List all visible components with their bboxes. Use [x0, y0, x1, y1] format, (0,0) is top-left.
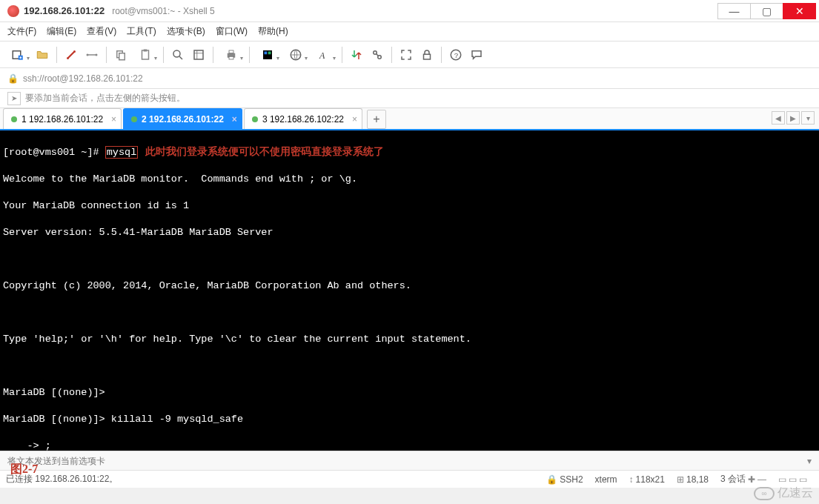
session-tab-3[interactable]: 3 192.168.26.102:22 ×	[244, 108, 362, 129]
svg-text:?: ?	[454, 50, 459, 59]
toolbar-separator	[391, 47, 392, 63]
tab-close-button[interactable]: ×	[232, 114, 237, 125]
new-session-button[interactable]	[4, 45, 31, 64]
cloud-icon: ∞	[754, 487, 775, 500]
open-button[interactable]	[33, 45, 52, 64]
svg-point-5	[96, 53, 98, 56]
tab-close-button[interactable]: ×	[352, 114, 357, 125]
svg-rect-22	[424, 54, 431, 59]
send-mode-toggle[interactable]: ▾	[807, 456, 812, 466]
title-main: 192.168.26.101:22	[24, 5, 105, 16]
minus-icon[interactable]: —	[757, 474, 766, 485]
svg-point-2	[67, 57, 69, 59]
status-protocol: SSH2	[560, 474, 583, 485]
session-tab-1[interactable]: 1 192.168.26.101:22 ×	[3, 108, 122, 129]
paste-button[interactable]	[132, 45, 159, 64]
menu-edit[interactable]: 编辑(E)	[47, 25, 76, 38]
menu-bar: 文件(F) 编辑(E) 查看(V) 工具(T) 选项卡(B) 窗口(W) 帮助(…	[0, 22, 819, 42]
toolbar-separator	[342, 47, 342, 63]
svg-rect-17	[268, 51, 271, 54]
script-button[interactable]	[368, 45, 387, 64]
svg-rect-8	[142, 50, 149, 59]
svg-rect-13	[229, 50, 233, 53]
plus-icon[interactable]: ✚	[748, 474, 755, 485]
svg-rect-7	[119, 53, 125, 59]
svg-rect-16	[265, 51, 268, 54]
menu-window[interactable]: 窗口(W)	[216, 25, 248, 38]
title-bar: 192.168.26.101:22 root@vms001:~ - Xshell…	[0, 0, 819, 22]
address-url: ssh://root@192.168.26.101:22	[23, 73, 143, 84]
watermark: ∞ 亿速云	[754, 485, 813, 501]
toolbar-separator	[441, 47, 442, 63]
print-button[interactable]	[218, 45, 245, 64]
lock-button[interactable]	[417, 45, 437, 64]
num-icon: ▭	[789, 474, 797, 485]
svg-point-3	[73, 50, 76, 53]
toolbar-separator	[56, 47, 57, 63]
session-tab-2[interactable]: 2 192.168.26.101:22 ×	[123, 108, 242, 129]
toolbar-separator	[213, 47, 213, 63]
status-dot-icon	[131, 116, 137, 122]
hint-bar: ➤ 要添加当前会话，点击左侧的箭头按钮。	[0, 89, 819, 108]
toolbar-separator	[249, 47, 250, 63]
svg-point-4	[87, 53, 89, 56]
toolbar-separator	[163, 47, 164, 63]
lock-icon: 🔒	[7, 73, 19, 84]
encoding-button[interactable]	[282, 45, 309, 64]
tab-bar: 1 192.168.26.101:22 × 2 192.168.26.101:2…	[0, 108, 819, 130]
chat-button[interactable]	[467, 45, 486, 64]
tab-label: 1 192.168.26.101:22	[21, 114, 103, 125]
properties-button[interactable]	[189, 45, 208, 64]
menu-tab[interactable]: 选项卡(B)	[167, 25, 205, 38]
send-text-input[interactable]	[7, 456, 803, 466]
svg-rect-14	[229, 56, 233, 59]
reconnect-button[interactable]	[62, 45, 81, 64]
status-size: 118x21	[636, 474, 665, 485]
annotation-1: 此时我们登录系统便可以不使用密码直接登录系统了	[145, 146, 384, 157]
close-button[interactable]: ✕	[783, 3, 816, 19]
tab-scroll-right-button[interactable]: ▶	[786, 111, 800, 125]
status-cursor-pos: 18,18	[686, 474, 709, 485]
menu-file[interactable]: 文件(F)	[7, 25, 36, 38]
tab-close-button[interactable]: ×	[111, 114, 116, 125]
size-icon: ↕	[629, 474, 634, 485]
tab-scroll-controls: ◀ ▶ ▾	[772, 111, 815, 125]
status-sessions: 3 会话	[720, 473, 746, 485]
watermark-text: 亿速云	[777, 485, 813, 501]
address-bar[interactable]: 🔒 ssh://root@192.168.26.101:22	[0, 68, 819, 89]
toolbar: A ?	[0, 42, 819, 68]
status-dot-icon	[252, 116, 258, 122]
menu-help[interactable]: 帮助(H)	[258, 25, 288, 38]
add-session-arrow-button[interactable]: ➤	[7, 92, 21, 105]
status-bar: 已连接 192.168.26.101:22。 🔒SSH2 xterm ↕118x…	[0, 470, 819, 488]
menu-view[interactable]: 查看(V)	[87, 25, 116, 38]
app-icon	[7, 5, 19, 17]
tab-list-button[interactable]: ▾	[801, 111, 815, 125]
window-controls: — ▢ ✕	[718, 3, 816, 19]
tab-label: 3 192.168.26.102:22	[262, 114, 344, 125]
add-tab-button[interactable]: +	[367, 110, 386, 129]
help-button[interactable]: ?	[446, 45, 465, 64]
tab-label: 2 192.168.26.101:22	[142, 114, 224, 125]
maximize-button[interactable]: ▢	[750, 3, 783, 19]
caps-icon: ▭	[778, 474, 786, 485]
fullscreen-button[interactable]	[397, 45, 416, 64]
font-button[interactable]: A	[311, 45, 337, 64]
hint-text: 要添加当前会话，点击左侧的箭头按钮。	[25, 92, 185, 105]
search-button[interactable]	[168, 45, 188, 64]
color-scheme-button[interactable]	[254, 45, 281, 64]
disconnect-button[interactable]	[82, 45, 102, 64]
copy-button[interactable]	[111, 45, 130, 64]
svg-point-10	[173, 50, 180, 57]
status-connection: 已连接 192.168.26.101:22。	[6, 473, 540, 485]
minimize-button[interactable]: —	[717, 3, 751, 19]
menu-tools[interactable]: 工具(T)	[127, 25, 156, 38]
tab-scroll-left-button[interactable]: ◀	[772, 111, 785, 125]
figure-label: 图2-7	[10, 462, 38, 477]
grid-icon: ⊞	[677, 474, 684, 485]
send-text-bar: ▾	[0, 451, 819, 470]
terminal-output[interactable]: [root@vms001 ~]# mysql此时我们登录系统便可以不使用密码直接…	[0, 130, 819, 451]
transfer-button[interactable]	[347, 45, 366, 64]
toolbar-separator	[106, 47, 107, 63]
title-sub: root@vms001:~ - Xshell 5	[112, 6, 718, 16]
